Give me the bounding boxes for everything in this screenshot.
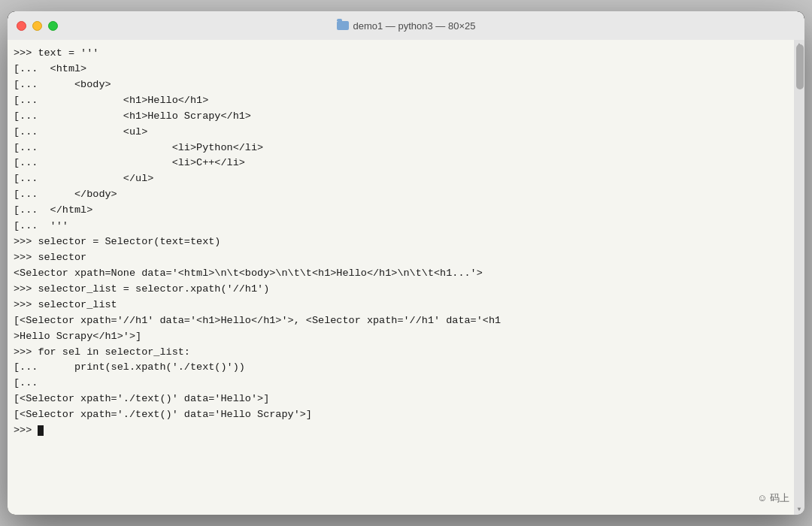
terminal-line-25: >>> xyxy=(14,423,779,439)
terminal-line-2: [... <html> xyxy=(14,62,779,77)
maximize-button[interactable] xyxy=(48,21,58,31)
traffic-lights xyxy=(17,21,58,31)
terminal-line-9: [... </ul> xyxy=(14,171,779,187)
terminal-content: >>> text = ''' [... <html> [... <body> [… xyxy=(14,46,789,439)
terminal-line-17: >>> selector_list xyxy=(14,298,779,313)
terminal-line-12: [... ''' xyxy=(14,219,779,234)
terminal-line-1: >>> text = ''' xyxy=(14,46,779,62)
terminal-line-8: [... <li>C++</li> xyxy=(14,156,779,171)
terminal-window: demo1 — python3 — 80×25 >>> text = ''' [… xyxy=(8,11,804,515)
terminal-line-16: >>> selector_list = selector.xpath('//h1… xyxy=(14,282,779,298)
window-title: demo1 — python3 — 80×25 xyxy=(337,20,476,32)
terminal-line-18: [<Selector xpath='//h1' data='<h1>Hello<… xyxy=(14,313,779,329)
terminal-line-23: [<Selector xpath='./text()' data='Hello'… xyxy=(14,391,779,407)
terminal-line-11: [... </html> xyxy=(14,203,779,219)
terminal-line-3: [... <body> xyxy=(14,77,779,93)
terminal-line-13: >>> selector = Selector(text=text) xyxy=(14,234,779,250)
terminal-line-7: [... <li>Python</li> xyxy=(14,141,779,156)
terminal-line-15: <Selector xpath=None data='<html>\n\t<bo… xyxy=(14,266,779,282)
titlebar: demo1 — python3 — 80×25 xyxy=(8,11,804,40)
title-label: demo1 — python3 — 80×25 xyxy=(353,20,476,32)
close-button[interactable] xyxy=(17,21,26,31)
terminal-line-21: [... print(sel.xpath('./text()')) xyxy=(14,360,779,376)
terminal-line-14: >>> selector xyxy=(14,250,779,266)
folder-icon xyxy=(337,21,349,30)
terminal-body[interactable]: >>> text = ''' [... <html> [... <body> [… xyxy=(8,40,804,515)
terminal-line-19: >Hello Scrapy</h1>'>] xyxy=(14,329,779,345)
scrollbar[interactable]: ▲ ▼ xyxy=(794,40,804,515)
watermark: ☺ 码上 xyxy=(757,491,789,506)
scrollbar-down-button[interactable]: ▼ xyxy=(794,504,804,515)
terminal-line-22: [... xyxy=(14,376,779,391)
terminal-line-4: [... <h1>Hello</h1> xyxy=(14,93,779,109)
terminal-line-10: [... </body> xyxy=(14,187,779,203)
terminal-line-6: [... <ul> xyxy=(14,125,779,141)
minimize-button[interactable] xyxy=(32,21,42,31)
watermark-text: ☺ 码上 xyxy=(757,492,789,503)
terminal-line-20: >>> for sel in selector_list: xyxy=(14,345,779,361)
scrollbar-thumb[interactable] xyxy=(796,44,804,89)
cursor xyxy=(38,425,44,436)
terminal-line-5: [... <h1>Hello Scrapy</h1> xyxy=(14,109,779,125)
terminal-line-24: [<Selector xpath='./text()' data='Hello … xyxy=(14,407,779,423)
